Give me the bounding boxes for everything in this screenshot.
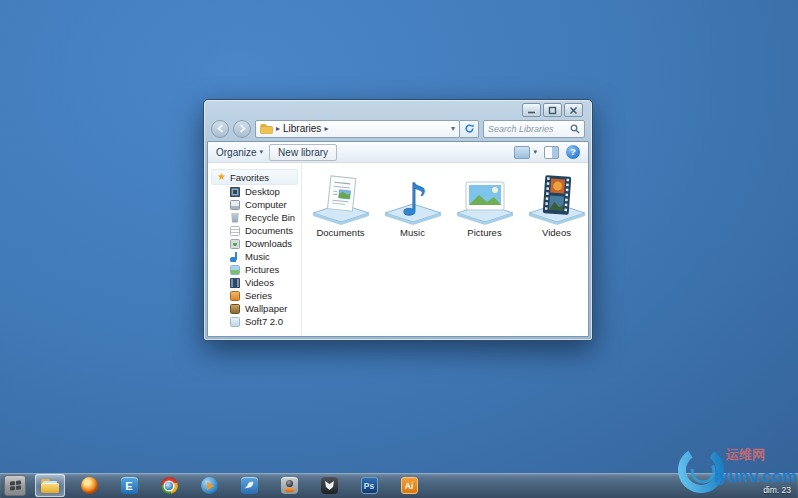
taskbar-item-dove-app[interactable] bbox=[229, 473, 269, 498]
explorer-window: ▸ Libraries ▸ ▾ Search Libraries bbox=[203, 99, 593, 341]
views-dropdown-arrow: ▾ bbox=[533, 148, 537, 156]
music-note-icon bbox=[230, 252, 240, 262]
forward-arrow-icon bbox=[238, 124, 247, 133]
desktop: ▸ Libraries ▸ ▾ Search Libraries bbox=[0, 0, 798, 498]
videos-library-icon bbox=[524, 173, 590, 225]
taskbar-item-illustrator[interactable]: Ai bbox=[389, 473, 429, 498]
library-tile-pictures[interactable]: Pictures bbox=[450, 173, 519, 238]
maximize-button[interactable] bbox=[543, 103, 562, 117]
downloads-icon bbox=[230, 239, 240, 249]
photoshop-ps-icon: Ps bbox=[361, 477, 378, 494]
library-label: Documents bbox=[316, 227, 364, 238]
sidebar-item-computer[interactable]: Computer bbox=[208, 198, 301, 211]
sidebar-item-downloads[interactable]: Downloads bbox=[208, 237, 301, 250]
taskbar-item-explorer[interactable] bbox=[35, 474, 65, 497]
sidebar-item-label: Soft7 2.0 bbox=[245, 316, 283, 327]
new-library-button[interactable]: New library bbox=[269, 144, 337, 161]
organize-button[interactable]: Organize ▾ bbox=[216, 147, 263, 158]
start-button[interactable] bbox=[0, 473, 30, 498]
title-bar[interactable] bbox=[204, 100, 592, 118]
sidebar-item-label: Documents bbox=[245, 225, 293, 236]
library-tile-documents[interactable]: Documents bbox=[306, 173, 375, 238]
desktop-icon bbox=[230, 187, 240, 197]
refresh-button[interactable] bbox=[460, 120, 479, 138]
sidebar-item-music[interactable]: Music bbox=[208, 250, 301, 263]
ai-label: Ai bbox=[405, 481, 414, 491]
videos-icon bbox=[230, 278, 240, 288]
library-tile-music[interactable]: ♪ Music bbox=[378, 173, 447, 238]
sidebar-item-label: Desktop bbox=[245, 186, 280, 197]
breadcrumb-libraries[interactable]: Libraries bbox=[283, 123, 321, 134]
breadcrumb-separator[interactable]: ▸ bbox=[324, 124, 328, 133]
breadcrumb-separator: ▸ bbox=[276, 124, 280, 133]
help-button[interactable]: ? bbox=[566, 145, 580, 159]
search-icon[interactable] bbox=[570, 124, 580, 134]
navigation-pane: ★ Favorites Desktop Computer Recycle Bin bbox=[208, 163, 302, 336]
taskbar-item-media-player[interactable] bbox=[189, 473, 229, 498]
organize-dropdown-arrow: ▾ bbox=[260, 148, 264, 156]
soft7-folder-icon bbox=[230, 317, 240, 327]
taskbar: E bbox=[0, 473, 798, 498]
minimize-button[interactable] bbox=[522, 103, 541, 117]
star-icon: ★ bbox=[217, 172, 226, 182]
views-icon bbox=[514, 146, 530, 159]
sidebar-item-desktop[interactable]: Desktop bbox=[208, 185, 301, 198]
search-placeholder: Search Libraries bbox=[488, 124, 570, 134]
explorer-folder-icon bbox=[41, 479, 59, 493]
dove-icon bbox=[241, 477, 258, 494]
blue-e-browser-icon: E bbox=[121, 477, 138, 494]
music-library-icon: ♪ bbox=[380, 173, 446, 225]
search-box[interactable]: Search Libraries bbox=[483, 120, 585, 138]
preview-pane-button[interactable] bbox=[544, 146, 559, 159]
library-tile-videos[interactable]: Videos bbox=[522, 173, 589, 238]
minimize-icon bbox=[527, 106, 536, 115]
windows-start-icon bbox=[4, 475, 26, 496]
refresh-icon bbox=[464, 123, 475, 134]
library-label: Videos bbox=[542, 227, 571, 238]
series-icon bbox=[230, 291, 240, 301]
taskbar-item-chrome[interactable] bbox=[149, 473, 189, 498]
back-button[interactable] bbox=[211, 120, 229, 138]
sidebar-item-favorites[interactable]: ★ Favorites bbox=[211, 169, 298, 185]
wallpaper-icon bbox=[230, 304, 240, 314]
command-toolbar: Organize ▾ New library ▾ ? bbox=[208, 142, 588, 163]
sidebar-item-wallpaper[interactable]: Wallpaper bbox=[208, 302, 301, 315]
taskbar-item-firefox[interactable] bbox=[69, 473, 109, 498]
taskbar-item-photoshop[interactable]: Ps bbox=[349, 473, 389, 498]
music-note-glyph: ♪ bbox=[400, 174, 428, 225]
sidebar-item-videos[interactable]: Videos bbox=[208, 276, 301, 289]
taskbar-item-camera-app[interactable] bbox=[269, 473, 309, 498]
pictures-icon bbox=[230, 265, 240, 275]
address-bar: ▸ Libraries ▸ ▾ Search Libraries bbox=[204, 118, 592, 139]
sidebar-item-label: Music bbox=[245, 251, 270, 262]
ps-label: Ps bbox=[364, 481, 374, 491]
browser-letter: E bbox=[125, 480, 132, 492]
chrome-icon bbox=[161, 477, 178, 494]
sidebar-item-label: Recycle Bin bbox=[245, 212, 295, 223]
change-view-button[interactable]: ▾ bbox=[514, 146, 537, 159]
window-client-area: Organize ▾ New library ▾ ? bbox=[207, 141, 589, 337]
sidebar-item-recycle-bin[interactable]: Recycle Bin bbox=[208, 211, 301, 224]
sidebar-item-label: Computer bbox=[245, 199, 287, 210]
new-library-label: New library bbox=[278, 147, 328, 158]
taskbar-item-fox-app[interactable] bbox=[309, 473, 349, 498]
sidebar-item-series[interactable]: Series bbox=[208, 289, 301, 302]
taskbar-item-blue-e-browser[interactable]: E bbox=[109, 473, 149, 498]
taskbar-items: E bbox=[0, 473, 798, 498]
close-button[interactable] bbox=[564, 103, 583, 117]
organize-label: Organize bbox=[216, 147, 257, 158]
address-dropdown-arrow[interactable]: ▾ bbox=[451, 124, 455, 133]
forward-button[interactable] bbox=[233, 120, 251, 138]
sidebar-item-pictures[interactable]: Pictures bbox=[208, 263, 301, 276]
sidebar-item-documents[interactable]: Documents bbox=[208, 224, 301, 237]
illustrator-ai-icon: Ai bbox=[401, 477, 418, 494]
explorer-content: ★ Favorites Desktop Computer Recycle Bin bbox=[208, 163, 588, 336]
fox-head-icon bbox=[321, 477, 338, 494]
sidebar-item-label: Videos bbox=[245, 277, 274, 288]
pictures-library-icon bbox=[452, 173, 518, 225]
sidebar-item-soft7[interactable]: Soft7 2.0 bbox=[208, 315, 301, 328]
sidebar-item-label: Downloads bbox=[245, 238, 292, 249]
sidebar-item-label: Series bbox=[245, 290, 272, 301]
address-field[interactable]: ▸ Libraries ▸ ▾ bbox=[255, 120, 460, 138]
tray-clock-date[interactable]: dim. 23 bbox=[763, 485, 791, 495]
